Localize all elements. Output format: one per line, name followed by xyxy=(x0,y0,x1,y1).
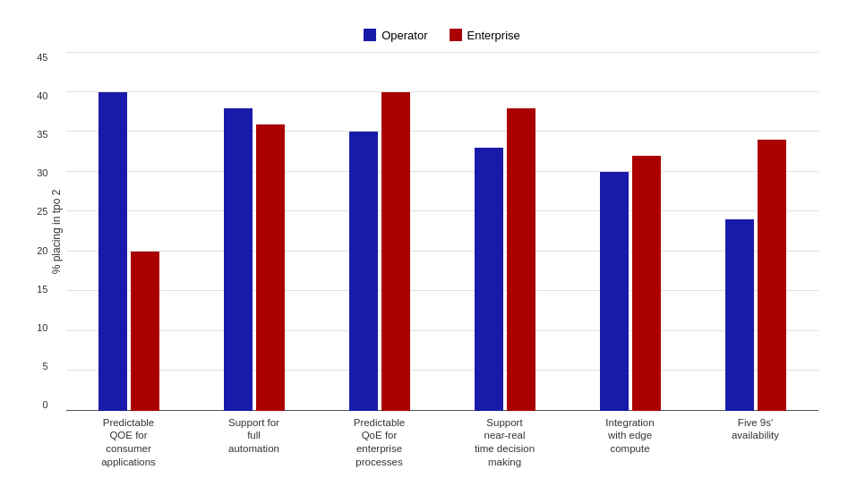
legend-item-enterprise: Enterprise xyxy=(450,29,520,42)
grid-and-bars xyxy=(66,53,818,411)
bar-pair-0 xyxy=(99,53,159,411)
x-label-0: PredictableQOE forconsumerapplications xyxy=(66,416,192,470)
y-tick-10: 10 xyxy=(37,323,47,333)
legend-label-operator: Operator xyxy=(381,29,427,42)
bar-enterprise-3 xyxy=(507,108,535,411)
bar-enterprise-2 xyxy=(381,92,410,411)
bar-pair-1 xyxy=(224,53,285,411)
x-label-4: Integrationwith edgecompute xyxy=(568,416,693,470)
bars-row xyxy=(66,53,818,411)
chart-container: Operator Enterprise % placing in tpo 2 4… xyxy=(13,11,836,494)
bar-operator-4 xyxy=(600,172,629,411)
legend: Operator Enterprise xyxy=(66,29,818,42)
chart-area: % placing in tpo 2 454035302520151050 xyxy=(66,53,818,411)
bar-operator-1 xyxy=(224,108,253,411)
y-tick-0: 0 xyxy=(42,400,47,410)
y-tick-35: 35 xyxy=(37,130,47,140)
bar-pair-3 xyxy=(475,53,535,411)
bar-enterprise-4 xyxy=(632,156,661,410)
bar-enterprise-5 xyxy=(758,140,786,410)
enterprise-swatch xyxy=(450,29,462,41)
y-tick-20: 20 xyxy=(37,246,47,256)
bar-enterprise-1 xyxy=(256,124,285,411)
y-tick-5: 5 xyxy=(42,362,47,372)
bar-enterprise-0 xyxy=(131,252,159,411)
y-tick-30: 30 xyxy=(37,168,47,178)
bar-group-2 xyxy=(317,53,442,411)
x-labels: PredictableQOE forconsumerapplicationsSu… xyxy=(66,416,818,470)
bar-operator-5 xyxy=(725,219,754,410)
bar-pair-2 xyxy=(349,53,410,411)
y-tick-25: 25 xyxy=(37,207,47,217)
bar-pair-5 xyxy=(725,53,786,411)
bar-group-1 xyxy=(192,53,317,411)
x-label-3: Supportnear-realtime decisionmaking xyxy=(442,416,568,470)
bar-group-4 xyxy=(568,53,693,411)
y-tick-45: 45 xyxy=(37,53,47,63)
x-label-2: PredictableQoE forenterpriseprocesses xyxy=(317,416,442,470)
bar-operator-3 xyxy=(475,148,503,410)
legend-label-enterprise: Enterprise xyxy=(467,29,520,42)
operator-swatch xyxy=(364,29,376,41)
y-axis: 454035302520151050 xyxy=(29,53,56,411)
bar-group-3 xyxy=(442,53,568,411)
x-label-1: Support forfullautomation xyxy=(192,416,317,470)
bar-operator-2 xyxy=(349,132,378,410)
bar-group-5 xyxy=(693,53,818,411)
y-tick-40: 40 xyxy=(37,91,47,101)
legend-item-operator: Operator xyxy=(364,29,427,42)
bar-pair-4 xyxy=(600,53,661,411)
bar-group-0 xyxy=(66,53,192,411)
x-label-5: Five 9s'availability xyxy=(693,416,818,470)
y-tick-15: 15 xyxy=(37,285,47,295)
bar-operator-0 xyxy=(99,92,127,411)
